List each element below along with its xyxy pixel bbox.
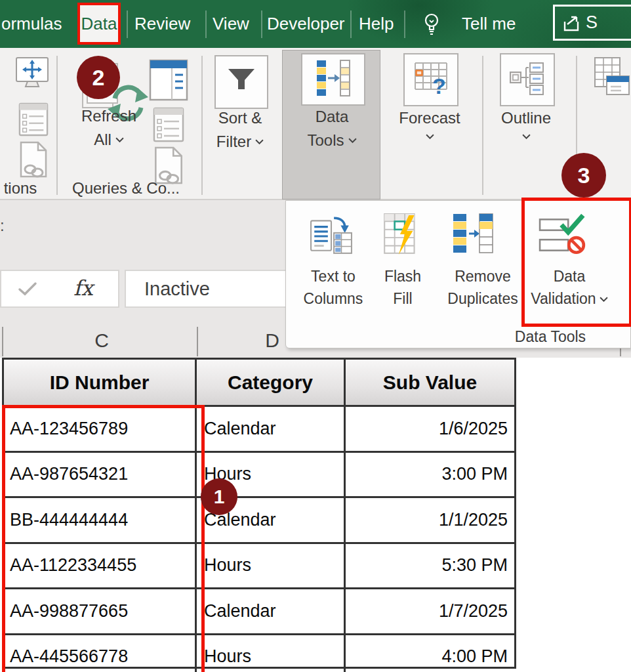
table-header-row: ID Number Category Sub Value bbox=[4, 360, 514, 407]
column-divider bbox=[197, 327, 198, 356]
cell-category[interactable]: Hours bbox=[197, 635, 346, 672]
menu-item-flash-fill-line2[interactable]: Fill bbox=[370, 290, 436, 308]
sort-filter-line1: Sort & bbox=[218, 109, 262, 127]
data-tools-label-line2: Tools bbox=[293, 131, 371, 150]
chevron-down-icon bbox=[348, 138, 357, 143]
properties-icon[interactable] bbox=[18, 102, 49, 139]
cell-value[interactable]: 1/6/2025 bbox=[346, 407, 514, 451]
menu-item-remove-duplicates-line2[interactable]: Duplicates bbox=[437, 290, 529, 308]
outline-label[interactable]: Outline bbox=[480, 109, 572, 127]
queries-group-label: Queries & Co... bbox=[60, 179, 192, 198]
tab-separator bbox=[127, 10, 128, 38]
chevron-down-icon bbox=[255, 139, 264, 144]
forecast-button[interactable]: ? bbox=[403, 53, 458, 106]
menu-item-remove-duplicates[interactable]: Remove bbox=[437, 268, 529, 285]
data-tools-button-active[interactable]: Data Tools bbox=[282, 50, 380, 200]
flash-fill-line2: Fill bbox=[393, 290, 412, 308]
chevron-down-icon bbox=[115, 137, 124, 142]
column-divider bbox=[620, 348, 621, 356]
lightbulb-icon bbox=[423, 12, 440, 39]
share-label-partial: S bbox=[586, 12, 598, 33]
tab-formulas-partial[interactable]: ormulas bbox=[1, 0, 62, 48]
tab-developer[interactable]: Developer bbox=[267, 0, 345, 48]
menu-item-text-to-columns[interactable]: Text to bbox=[294, 268, 373, 285]
column-divider bbox=[2, 327, 3, 356]
svg-text:?: ? bbox=[432, 74, 446, 96]
formula-bar-value: Inactive bbox=[144, 271, 210, 306]
cell-value[interactable]: 1/7/2025 bbox=[346, 589, 514, 633]
tab-view[interactable]: View bbox=[213, 0, 249, 48]
sort-filter-button[interactable] bbox=[214, 55, 268, 109]
data-tools-line2: Tools bbox=[307, 131, 344, 150]
insert-function-button[interactable]: fx bbox=[73, 276, 93, 301]
enter-check-icon[interactable] bbox=[17, 281, 38, 299]
tab-review[interactable]: Review bbox=[134, 0, 190, 48]
monitor-connections-icon[interactable] bbox=[14, 56, 50, 98]
cell-value[interactable]: 4:00 PM bbox=[346, 635, 514, 672]
tab-separator bbox=[350, 10, 352, 38]
data-tools-iconbox bbox=[301, 53, 365, 106]
group-divider bbox=[201, 56, 203, 195]
text-to-columns-line2: Columns bbox=[304, 290, 363, 308]
group-divider bbox=[56, 56, 58, 195]
connections-group-label: tions bbox=[0, 179, 41, 198]
outline-icon bbox=[509, 62, 546, 98]
header-category[interactable]: Category bbox=[197, 360, 346, 405]
highlight-box-id-column bbox=[2, 405, 205, 672]
cell-value[interactable]: 1/1/2025 bbox=[346, 498, 514, 542]
tab-separator bbox=[261, 10, 262, 38]
outline-label-text: Outline bbox=[501, 109, 551, 127]
properties-icon[interactable] bbox=[152, 107, 185, 145]
sort-filter-line2: Filter bbox=[216, 133, 251, 151]
column-header-c[interactable]: C bbox=[20, 326, 184, 356]
tab-help[interactable]: Help bbox=[359, 0, 394, 48]
step-badge-3: 3 bbox=[561, 153, 606, 198]
tab-tell-me[interactable]: Tell me bbox=[462, 0, 516, 48]
get-data-icon[interactable] bbox=[594, 56, 630, 100]
flash-fill-icon bbox=[383, 213, 421, 260]
cell-value[interactable]: 3:00 PM bbox=[346, 453, 514, 497]
header-id-number[interactable]: ID Number bbox=[4, 360, 197, 405]
sort-filter-label-line2[interactable]: Filter bbox=[207, 133, 273, 151]
flyout-group-label: Data Tools bbox=[504, 328, 596, 346]
remove-duplicates-icon bbox=[452, 213, 494, 260]
tab-separator bbox=[205, 10, 207, 38]
cell-category[interactable]: Calendar bbox=[197, 589, 346, 633]
forecast-label-text: Forecast bbox=[399, 109, 460, 127]
remove-duplicates-line1: Remove bbox=[455, 268, 511, 285]
header-sub-value[interactable]: Sub Value bbox=[346, 360, 514, 405]
refresh-all-button-line2[interactable]: All bbox=[70, 131, 148, 149]
text-to-columns-icon bbox=[310, 215, 353, 257]
outline-chevron[interactable] bbox=[480, 134, 572, 139]
tab-data-label: Data bbox=[81, 14, 117, 33]
data-tools-icon bbox=[316, 59, 351, 100]
edit-links-icon[interactable] bbox=[18, 141, 49, 180]
cell-category[interactable]: Calendar bbox=[197, 407, 346, 451]
refresh-all-line1: Refresh bbox=[81, 107, 136, 125]
step-badge-2: 2 bbox=[77, 56, 120, 99]
chevron-down-icon bbox=[522, 134, 531, 139]
share-icon bbox=[561, 14, 582, 37]
outline-button[interactable] bbox=[500, 53, 555, 106]
tab-separator bbox=[404, 10, 405, 38]
refresh-all-button[interactable]: Refresh bbox=[70, 107, 148, 125]
ribbon-tab-bar: ormulas Review View Developer Help Tell … bbox=[0, 0, 631, 48]
sort-filter-label-line1[interactable]: Sort & bbox=[207, 109, 273, 127]
chevron-down-icon bbox=[426, 134, 434, 139]
cell-category[interactable]: Hours bbox=[197, 544, 346, 588]
forecast-label[interactable]: Forecast bbox=[384, 109, 476, 127]
share-button[interactable]: S bbox=[553, 5, 631, 41]
formula-bar-input[interactable]: Inactive bbox=[125, 270, 292, 308]
menu-item-text-to-columns-line2[interactable]: Columns bbox=[294, 290, 373, 308]
excel-window: ormulas Review View Developer Help Tell … bbox=[0, 0, 631, 672]
tab-data-active[interactable]: Data bbox=[77, 3, 121, 45]
queries-window-icon[interactable] bbox=[148, 56, 189, 106]
forecast-chevron[interactable] bbox=[384, 134, 476, 139]
step-badge-1: 1 bbox=[201, 478, 237, 515]
remove-duplicates-line2: Duplicates bbox=[447, 290, 518, 308]
flash-fill-line1: Flash bbox=[384, 268, 421, 285]
data-tools-label-line1: Data bbox=[293, 108, 371, 126]
cell-value[interactable]: 5:30 PM bbox=[346, 544, 514, 588]
highlight-box-data-validation bbox=[521, 198, 631, 327]
menu-item-flash-fill[interactable]: Flash bbox=[370, 268, 436, 285]
